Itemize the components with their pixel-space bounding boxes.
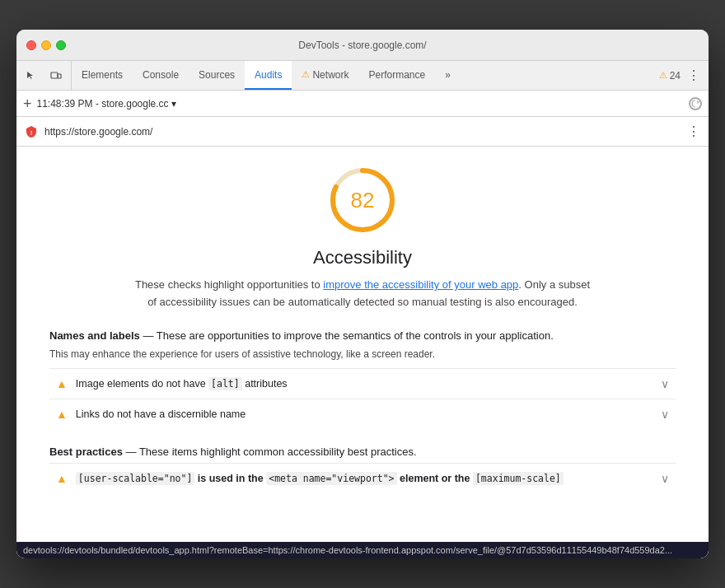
tab-elements[interactable]: Elements [72,61,133,90]
audit-text-2: Links do not have a discernible name [76,408,652,420]
tab-bar-left [16,61,72,90]
score-container: 82 Accessibility These checks highlight … [49,163,676,311]
tab-bar: Elements Console Sources Audits ⚠ Networ… [16,61,709,91]
network-warn-icon: ⚠ [302,69,310,80]
main-tabs: Elements Console Sources Audits ⚠ Networ… [72,61,654,90]
audit-warn-icon-3: ▲ [56,472,68,485]
audit-chevron-1: ∨ [661,377,669,390]
warning-count[interactable]: ⚠ 24 [659,70,681,82]
close-button[interactable] [26,40,36,50]
audit-warn-icon-1: ▲ [56,377,68,390]
cursor-tool-button[interactable] [20,64,43,87]
new-tab-button[interactable]: + [23,96,32,111]
status-bar: devtools://devtools/bundled/devtools_app… [16,542,709,558]
maximize-button[interactable] [56,40,66,50]
tab-bar-right: ⚠ 24 ⋮ [654,61,709,90]
svg-rect-1 [58,74,61,78]
url-bar: ! https://store.google.com/ ⋮ [16,117,709,147]
url-menu-button[interactable]: ⋮ [687,124,700,139]
best-practices-header: Best practices — These items highlight c… [49,446,676,458]
security-icon: ! [25,125,38,138]
tab-network[interactable]: ⚠ Network [292,61,358,90]
tab-performance[interactable]: Performance [358,61,435,90]
score-circle: 82 [325,163,400,237]
reload-button[interactable] [689,97,702,110]
audit-chevron-3: ∨ [661,472,669,485]
device-toolbar-button[interactable] [44,64,68,87]
window-title: DevTools - store.google.com/ [298,40,426,51]
tab-sources[interactable]: Sources [189,61,245,90]
audit-warn-icon-2: ▲ [56,408,68,421]
audit-description: These checks highlight opportunities to … [132,277,593,311]
svg-text:!: ! [30,129,33,137]
names-labels-header: Names and labels — These are opportuniti… [49,328,676,344]
accessibility-link[interactable]: improve the accessibility of your web ap… [323,278,518,291]
audit-text-3: [user-scalable="no"] is used in the <met… [76,473,652,484]
devtools-window: DevTools - store.google.com/ [16,30,709,558]
address-text: 11:48:39 PM - store.google.cc ▾ [37,98,684,110]
audit-item-links[interactable]: ▲ Links do not have a discernible name ∨ [49,399,676,429]
audit-item-viewport[interactable]: ▲ [user-scalable="no"] is used in the <m… [49,463,676,493]
minimize-button[interactable] [41,40,51,50]
traffic-lights [26,40,66,50]
title-bar: DevTools - store.google.com/ [16,30,709,61]
audit-chevron-2: ∨ [661,408,669,421]
tab-audits[interactable]: Audits [245,61,292,90]
devtools-menu-button[interactable]: ⋮ [684,68,704,83]
devtools-panel: Elements Console Sources Audits ⚠ Networ… [16,61,709,558]
names-labels-subtext: This may enhance the experience for user… [49,348,676,360]
status-text: devtools://devtools/bundled/devtools_app… [23,545,672,555]
svg-rect-0 [51,72,58,78]
tab-console[interactable]: Console [133,61,189,90]
audit-title: Accessibility [313,247,412,268]
audit-item-alt[interactable]: ▲ Image elements do not have [alt] attri… [49,368,676,399]
audit-content: 82 Accessibility These checks highlight … [16,147,709,542]
tab-more[interactable]: » [435,61,461,90]
score-value: 82 [351,188,375,213]
page-url: https://store.google.com/ [44,126,681,138]
audit-text-1: Image elements do not have [alt] attribu… [76,378,652,390]
address-bar: + 11:48:39 PM - store.google.cc ▾ [16,91,709,117]
warn-count-icon: ⚠ [659,70,667,81]
